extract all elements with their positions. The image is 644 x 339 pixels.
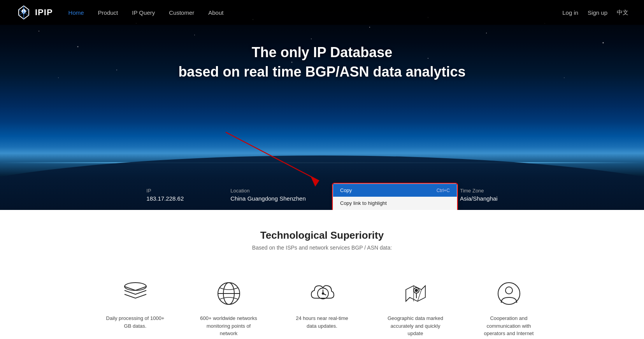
logo-text: IPIP	[35, 7, 53, 17]
info-location: Location China Guangdong Shenzhen	[230, 188, 306, 202]
layers-icon	[120, 278, 151, 309]
svg-point-16	[58, 77, 59, 78]
hero-section: The only IP Database based on real time …	[0, 0, 644, 210]
hero-title: The only IP Database based on real time …	[178, 43, 465, 82]
globe-icon	[213, 278, 244, 309]
nav-ipquery[interactable]: IP Query	[132, 9, 155, 16]
feature-networks: 600+ worldwide networks monitoring point…	[198, 278, 260, 339]
svg-point-36	[505, 287, 512, 294]
feature-cooperation-text: Cooperation and communication with opera…	[478, 315, 540, 339]
nav-about[interactable]: About	[208, 9, 223, 16]
lang-link[interactable]: 中文	[617, 9, 628, 16]
feature-cooperation: Cooperation and communication with opera…	[478, 278, 540, 339]
feature-networks-text: 600+ worldwide networks monitoring point…	[198, 315, 260, 337]
signup-link[interactable]: Sign up	[588, 9, 607, 16]
svg-line-21	[226, 132, 319, 181]
info-bar: IP 183.17.228.62 Location China Guangdon…	[0, 188, 644, 202]
nav-product[interactable]: Product	[98, 9, 118, 16]
nav-links: Home Product IP Query Customer About	[68, 9, 563, 16]
navbar: IPIP Home Product IP Query Customer Abou…	[0, 0, 644, 25]
svg-point-20	[564, 77, 565, 78]
map-pin-icon	[400, 278, 431, 309]
feature-processing: Daily processing of 1000+ GB datas.	[104, 278, 167, 339]
svg-point-8	[194, 35, 195, 35]
info-timezone: Time Zone Asia/Shanghai	[460, 188, 498, 202]
nav-customer[interactable]: Customer	[169, 9, 194, 16]
context-menu: Copy Ctrl+C Copy link to highlight Searc…	[333, 183, 457, 210]
feature-geographic-text: Geographic data marked accurately and qu…	[384, 315, 447, 337]
svg-point-5	[39, 31, 39, 31]
info-ip: IP 183.17.228.62	[146, 188, 184, 202]
feature-geographic: Geographic data marked accurately and qu…	[384, 278, 447, 339]
svg-point-13	[486, 33, 487, 33]
feature-realtime-text: 24 hours near real-time data updates.	[291, 315, 353, 330]
feature-realtime: 24 hours near real-time data updates.	[291, 278, 353, 339]
starfield	[0, 0, 644, 210]
feature-processing-text: Daily processing of 1000+ GB datas.	[104, 315, 167, 330]
login-link[interactable]: Log in	[562, 9, 578, 16]
svg-point-17	[116, 70, 117, 70]
red-arrow	[187, 121, 350, 190]
nav-actions: Log in Sign up 中文	[562, 9, 628, 16]
svg-point-15	[603, 42, 604, 44]
logo[interactable]: IPIP	[16, 4, 53, 21]
person-circle-icon	[493, 278, 525, 309]
svg-point-11	[369, 27, 370, 28]
svg-point-34	[415, 289, 418, 292]
svg-point-6	[77, 46, 79, 47]
section-subtitle: Based on the ISPs and network services B…	[8, 245, 636, 251]
tech-section: Technological Superiority Based on the I…	[0, 210, 644, 278]
svg-point-30	[322, 293, 324, 294]
features-row: Daily processing of 1000+ GB datas. 600+…	[0, 278, 644, 339]
svg-point-10	[311, 38, 312, 39]
ctx-copy-link[interactable]: Copy link to highlight	[333, 197, 457, 210]
ctx-search-google[interactable]: Search Google for "22.55516, 114.053879"	[333, 210, 457, 210]
ctx-copy[interactable]: Copy Ctrl+C	[333, 184, 457, 197]
section-title: Technological Superiority	[8, 229, 636, 241]
svg-marker-22	[311, 176, 319, 187]
svg-point-23	[125, 283, 146, 290]
nav-home[interactable]: Home	[68, 9, 84, 16]
cloud-clock-icon	[307, 278, 338, 309]
